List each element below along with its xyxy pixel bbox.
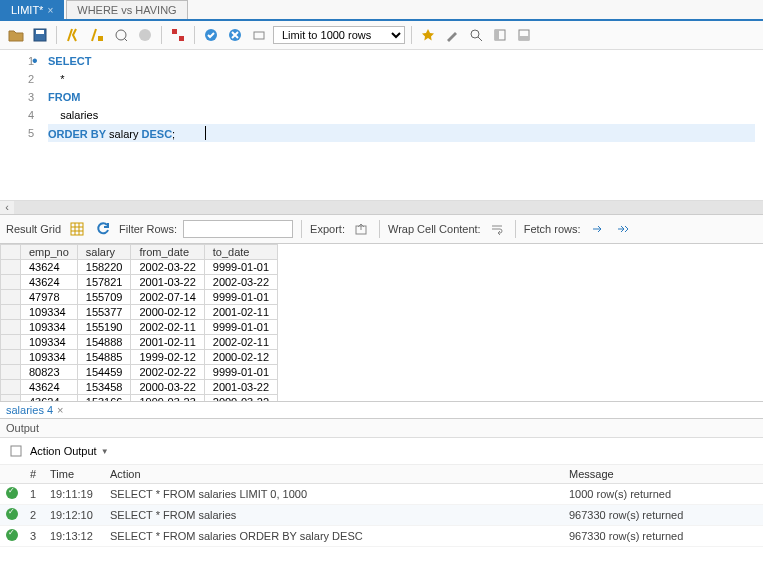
table-row[interactable]: 436241531661999-03-232000-03-22 [1, 395, 278, 403]
output-mode-label[interactable]: Action Output [30, 445, 97, 457]
refresh-icon[interactable] [93, 219, 113, 239]
cell[interactable]: 47978 [21, 290, 78, 305]
explain-icon[interactable] [111, 25, 131, 45]
horizontal-scrollbar[interactable]: ‹ [0, 200, 763, 214]
export-icon[interactable] [351, 219, 371, 239]
column-header[interactable]: emp_no [21, 245, 78, 260]
table-row[interactable]: 479781557092002-07-149999-01-01 [1, 290, 278, 305]
cell[interactable]: 155190 [77, 320, 131, 335]
cell[interactable]: 153458 [77, 380, 131, 395]
stop-icon[interactable] [135, 25, 155, 45]
table-row[interactable]: 1093341548851999-02-122000-02-12 [1, 350, 278, 365]
action-row[interactable]: 319:13:12SELECT * FROM salaries ORDER BY… [0, 526, 763, 547]
column-header[interactable]: from_date [131, 245, 204, 260]
panel-toggle-2-icon[interactable] [514, 25, 534, 45]
table-row[interactable]: 1093341548882001-02-112002-02-11 [1, 335, 278, 350]
tab-where-vs-having[interactable]: WHERE vs HAVING [66, 0, 187, 19]
result-table[interactable]: emp_nosalaryfrom_dateto_date436241582202… [0, 244, 278, 402]
close-icon[interactable]: × [57, 404, 63, 416]
cell[interactable]: 2000-03-22 [131, 380, 204, 395]
cell[interactable]: 109334 [21, 320, 78, 335]
cell[interactable]: 2001-03-22 [131, 275, 204, 290]
column-header[interactable]: salary [77, 245, 131, 260]
row-selector[interactable] [1, 305, 21, 320]
cell[interactable]: 9999-01-01 [204, 365, 277, 380]
filter-rows-input[interactable] [183, 220, 293, 238]
tab-limit[interactable]: LIMIT* × [0, 0, 64, 19]
close-icon[interactable]: × [47, 5, 53, 16]
cell[interactable]: 9999-01-01 [204, 320, 277, 335]
sql-editor[interactable]: 12345 •SELECT *FROM salariesORDER BY sal… [0, 50, 763, 200]
table-row[interactable]: 1093341553772000-02-122001-02-11 [1, 305, 278, 320]
result-tab-label[interactable]: salaries 4 [6, 404, 53, 416]
table-row[interactable]: 436241582202002-03-229999-01-01 [1, 260, 278, 275]
scroll-left-icon[interactable]: ‹ [0, 201, 14, 214]
cell[interactable]: 2001-02-11 [131, 335, 204, 350]
cell[interactable]: 9999-01-01 [204, 260, 277, 275]
cell[interactable]: 109334 [21, 350, 78, 365]
cell[interactable]: 43624 [21, 260, 78, 275]
rollback-icon[interactable] [225, 25, 245, 45]
table-row[interactable]: 436241534582000-03-222001-03-22 [1, 380, 278, 395]
cell[interactable]: 158220 [77, 260, 131, 275]
grid-view-icon[interactable] [67, 219, 87, 239]
row-selector[interactable] [1, 365, 21, 380]
commit-icon[interactable] [201, 25, 221, 45]
cell[interactable]: 2002-02-11 [204, 335, 277, 350]
row-selector[interactable] [1, 395, 21, 403]
cell[interactable]: 43624 [21, 395, 78, 403]
cell[interactable]: 2001-03-22 [204, 380, 277, 395]
output-mode-icon[interactable] [6, 441, 26, 461]
beautify-icon[interactable] [442, 25, 462, 45]
row-selector[interactable] [1, 335, 21, 350]
row-selector[interactable] [1, 380, 21, 395]
code-content[interactable]: •SELECT *FROM salariesORDER BY salary DE… [40, 50, 763, 200]
execute-icon[interactable] [63, 25, 83, 45]
cell[interactable]: 2000-02-12 [131, 305, 204, 320]
scroll-track[interactable] [14, 201, 763, 214]
action-output-table[interactable]: #TimeActionMessage119:11:19SELECT * FROM… [0, 465, 763, 547]
cell[interactable]: 1999-03-23 [131, 395, 204, 403]
cell[interactable]: 153166 [77, 395, 131, 403]
cell[interactable]: 155377 [77, 305, 131, 320]
autocommit-icon[interactable] [249, 25, 269, 45]
cell[interactable]: 155709 [77, 290, 131, 305]
cell[interactable]: 80823 [21, 365, 78, 380]
row-selector[interactable] [1, 320, 21, 335]
wrap-icon[interactable] [487, 219, 507, 239]
cell[interactable]: 154459 [77, 365, 131, 380]
cell[interactable]: 9999-01-01 [204, 290, 277, 305]
fetch-next-icon[interactable] [587, 219, 607, 239]
cell[interactable]: 2002-02-22 [131, 365, 204, 380]
open-icon[interactable] [6, 25, 26, 45]
cell[interactable]: 2002-07-14 [131, 290, 204, 305]
cell[interactable]: 2002-03-22 [131, 260, 204, 275]
action-row[interactable]: 219:12:10SELECT * FROM salaries967330 ro… [0, 505, 763, 526]
cell[interactable]: 2000-03-22 [204, 395, 277, 403]
search-icon[interactable] [466, 25, 486, 45]
panel-toggle-1-icon[interactable] [490, 25, 510, 45]
column-header[interactable]: to_date [204, 245, 277, 260]
row-selector[interactable] [1, 275, 21, 290]
chevron-down-icon[interactable]: ▼ [101, 447, 109, 456]
cell[interactable]: 157821 [77, 275, 131, 290]
cell[interactable]: 1999-02-12 [131, 350, 204, 365]
row-selector[interactable] [1, 290, 21, 305]
cell[interactable]: 109334 [21, 305, 78, 320]
cell[interactable]: 2001-02-11 [204, 305, 277, 320]
table-row[interactable]: 808231544592002-02-229999-01-01 [1, 365, 278, 380]
fetch-all-icon[interactable] [613, 219, 633, 239]
row-selector[interactable] [1, 260, 21, 275]
cell[interactable]: 2000-02-12 [204, 350, 277, 365]
table-row[interactable]: 1093341551902002-02-119999-01-01 [1, 320, 278, 335]
save-icon[interactable] [30, 25, 50, 45]
row-selector[interactable] [1, 350, 21, 365]
favorite-icon[interactable] [418, 25, 438, 45]
cell[interactable]: 109334 [21, 335, 78, 350]
row-limit-select[interactable]: Limit to 1000 rows [273, 26, 405, 44]
execute-step-icon[interactable] [87, 25, 107, 45]
cell[interactable]: 2002-02-11 [131, 320, 204, 335]
action-row[interactable]: 119:11:19SELECT * FROM salaries LIMIT 0,… [0, 484, 763, 505]
cell[interactable]: 2002-03-22 [204, 275, 277, 290]
cell[interactable]: 154885 [77, 350, 131, 365]
